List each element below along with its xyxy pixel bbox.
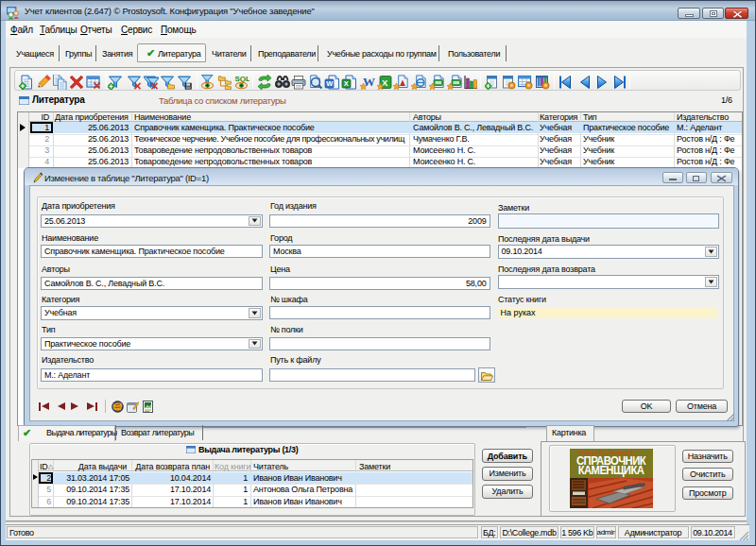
- svg-text:W: W: [326, 79, 334, 88]
- svg-text:X: X: [344, 79, 349, 88]
- svg-text:SQL: SQL: [235, 75, 250, 83]
